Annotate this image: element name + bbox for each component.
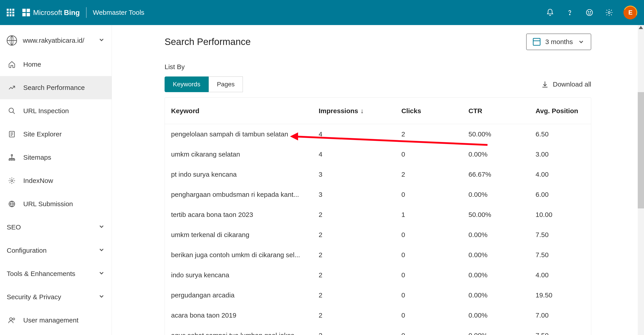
- product-name[interactable]: Webmaster Tools: [93, 9, 144, 16]
- svg-point-3: [590, 12, 591, 12]
- sidebar-item-seo[interactable]: SEO: [0, 216, 112, 239]
- cell-ctr: 0.00%: [468, 292, 536, 299]
- table-row[interactable]: pergudangan arcadia200.00%19.50: [165, 285, 591, 305]
- cell-impressions: 2: [319, 251, 402, 259]
- cell-keyword: pt indo surya kencana: [171, 171, 319, 178]
- sidebar-item-indexnow[interactable]: IndexNow: [0, 169, 112, 192]
- col-impressions[interactable]: Impressions↓: [319, 107, 402, 115]
- sidebar-item-user-management[interactable]: User management: [0, 308, 112, 332]
- brand-logo[interactable]: Microsoft Bing: [22, 8, 80, 17]
- cell-clicks: 0: [402, 191, 468, 198]
- sidebar-item-home[interactable]: Home: [0, 53, 112, 76]
- sidebar-item-tools[interactable]: Tools & Enhancements: [0, 262, 112, 285]
- cell-impressions: 4: [319, 150, 402, 158]
- svg-point-2: [588, 12, 589, 12]
- table-row[interactable]: pt indo surya kencana3266.67%4.00: [165, 164, 591, 184]
- col-clicks[interactable]: Clicks: [402, 107, 468, 115]
- tab-pages[interactable]: Pages: [209, 76, 243, 92]
- cell-clicks: 2: [402, 171, 468, 178]
- cell-keyword: berikan juga contoh umkm di cikarang sel…: [171, 251, 319, 259]
- scroll-up-icon: [639, 26, 643, 29]
- col-keyword[interactable]: Keyword: [171, 107, 319, 115]
- site-selector[interactable]: www.rakyatbicara.id/: [0, 31, 112, 53]
- cell-impressions: 2: [319, 271, 402, 279]
- table-row[interactable]: acara bona taon 2019200.00%7.00: [165, 305, 591, 326]
- cell-clicks: 0: [402, 312, 468, 319]
- table-row[interactable]: agus sehat sampai tua lumban gaol jaksa2…: [165, 326, 591, 335]
- settings-icon[interactable]: [602, 6, 616, 19]
- cell-avg-position: 19.50: [536, 292, 616, 299]
- table-row[interactable]: umkm cikarang selatan400.00%3.00: [165, 144, 591, 164]
- scrollbar[interactable]: [638, 25, 644, 335]
- notifications-icon[interactable]: [544, 6, 557, 19]
- scroll-thumb[interactable]: [638, 92, 644, 208]
- cell-ctr: 0.00%: [468, 251, 536, 259]
- sidebar-item-configuration[interactable]: Configuration: [0, 239, 112, 262]
- sidebar-item-label: Search Performance: [23, 84, 85, 92]
- cell-clicks: 0: [402, 251, 468, 259]
- sidebar-item-label: SEO: [7, 224, 21, 231]
- sidebar-item-site-explorer[interactable]: Site Explorer: [0, 122, 112, 146]
- svg-rect-7: [11, 154, 12, 156]
- cell-clicks: 2: [402, 130, 468, 138]
- cell-clicks: 1: [402, 211, 468, 218]
- table-row[interactable]: berikan juga contoh umkm di cikarang sel…: [165, 245, 591, 265]
- svg-point-0: [570, 14, 570, 15]
- download-all-button[interactable]: Download all: [541, 80, 591, 88]
- cell-avg-position: 7.50: [536, 231, 616, 238]
- cell-ctr: 0.00%: [468, 150, 536, 158]
- sidebar-item-search-performance[interactable]: Search Performance: [0, 76, 112, 99]
- app-launcher-icon[interactable]: [7, 9, 14, 16]
- download-icon: [541, 80, 549, 88]
- cell-avg-position: 4.00: [536, 171, 616, 178]
- date-range-label: 3 months: [546, 38, 573, 46]
- tab-keywords[interactable]: Keywords: [164, 76, 209, 92]
- chevron-down-icon: [578, 38, 584, 45]
- cell-impressions: 3: [319, 191, 402, 198]
- svg-point-14: [13, 318, 15, 320]
- svg-point-13: [10, 318, 12, 320]
- avatar-initial: E: [628, 9, 632, 16]
- sidebar-item-label: Security & Privacy: [7, 293, 61, 301]
- table-row[interactable]: penghargaan ombudsman ri kepada kant...3…: [165, 184, 591, 204]
- date-range-selector[interactable]: 3 months: [526, 34, 591, 50]
- sidebar-item-clarity[interactable]: Microsoft Clarity: [0, 332, 112, 335]
- cell-avg-position: 6.00: [536, 191, 616, 198]
- help-icon[interactable]: [563, 6, 576, 19]
- cell-avg-position: 7.50: [536, 332, 616, 335]
- svg-point-5: [9, 108, 14, 112]
- chevron-down-icon: [98, 246, 105, 255]
- topbar: Microsoft Bing Webmaster Tools E: [0, 0, 644, 25]
- brand-name: Bing: [64, 8, 80, 17]
- sidebar-item-url-submission[interactable]: URL Submission: [0, 192, 112, 216]
- cell-impressions: 2: [319, 312, 402, 319]
- performance-icon: [7, 84, 17, 92]
- col-ctr[interactable]: CTR: [468, 107, 536, 115]
- calendar-icon: [533, 38, 540, 46]
- cell-ctr: 0.00%: [468, 271, 536, 279]
- sidebar-item-sitemaps[interactable]: Sitemaps: [0, 146, 112, 169]
- user-avatar[interactable]: E: [622, 4, 639, 21]
- table-row[interactable]: tertib acara bona taon 20232150.00%10.00: [165, 204, 591, 225]
- cell-impressions: 2: [319, 211, 402, 218]
- cell-keyword: acara bona taon 2019: [171, 312, 319, 319]
- cell-keyword: pergudangan arcadia: [171, 292, 319, 299]
- svg-rect-8: [9, 159, 10, 160]
- cell-impressions: 2: [319, 231, 402, 238]
- col-avg-position[interactable]: Avg. Position: [536, 107, 616, 115]
- table-row[interactable]: indo surya kencana200.00%4.00: [165, 265, 591, 285]
- svg-point-11: [11, 180, 13, 182]
- table-row[interactable]: pengelolaan sampah di tambun selatan4250…: [165, 124, 591, 144]
- sidebar-item-security[interactable]: Security & Privacy: [0, 285, 112, 308]
- sidebar-item-url-inspection[interactable]: URL Inspection: [0, 99, 112, 122]
- svg-point-1: [586, 10, 592, 16]
- cell-clicks: 0: [402, 292, 468, 299]
- table-row[interactable]: umkm terkenal di cikarang200.00%7.50: [165, 225, 591, 245]
- page-title: Search Performance: [164, 36, 251, 47]
- sitemap-icon: [7, 154, 17, 161]
- sidebar-item-label: IndexNow: [23, 177, 53, 184]
- svg-rect-10: [14, 159, 15, 160]
- chevron-down-icon: [98, 223, 105, 232]
- feedback-icon[interactable]: [583, 6, 596, 19]
- cell-ctr: 50.00%: [468, 130, 536, 138]
